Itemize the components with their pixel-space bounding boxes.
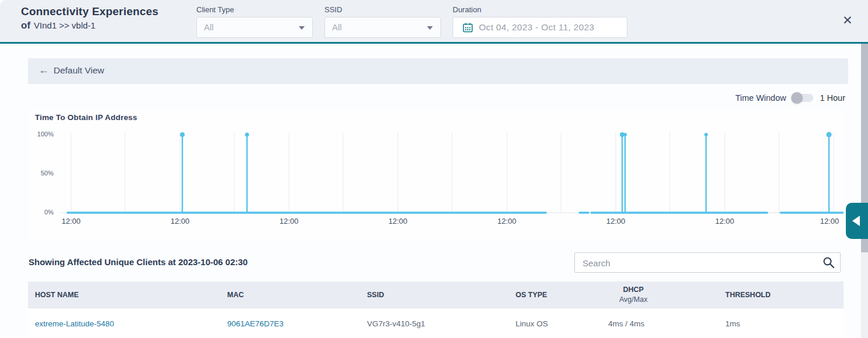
ssid-filter: SSID All — [324, 5, 441, 38]
scrollbar-track[interactable] — [861, 44, 868, 338]
close-button[interactable]: ✕ — [842, 14, 853, 26]
x-axis-tick-label: 12:00 — [280, 217, 299, 226]
client-type-select[interactable]: All — [196, 17, 313, 38]
view-title: Default View — [54, 65, 104, 76]
col-header-ssid: SSID — [361, 291, 510, 299]
dhcp-header-main: DHCP — [619, 286, 647, 294]
search-input[interactable] — [581, 255, 817, 271]
series-spike-marker — [245, 133, 249, 137]
duration-picker[interactable]: Oct 04, 2023 - Oct 11, 2023 — [453, 17, 627, 38]
time-window-toggle[interactable] — [792, 94, 813, 102]
cell-host[interactable]: extreme-Latitude-5480 — [28, 319, 221, 328]
dialog-body: ← Default View Time Window 1 Hour Time T… — [0, 44, 868, 338]
back-to-default-view[interactable]: ← Default View — [28, 58, 848, 84]
dialog-header: Connectivity Experiences ofVInd1 >> vbld… — [0, 0, 868, 42]
ip-chart-svg[interactable]: 12:0012:0012:0012:0012:0012:0012:0012:00 — [28, 108, 844, 238]
breadcrumb: ofVInd1 >> vbld-1 — [21, 20, 158, 31]
chevron-left-icon — [852, 216, 860, 226]
x-axis-tick-label: 12:00 — [606, 217, 626, 226]
series-spike-marker — [180, 132, 185, 137]
affected-clients-table: HOST NAME MAC SSID OS TYPE DHCP Avg/Max … — [28, 281, 844, 338]
col-header-os-type: OS TYPE — [510, 291, 603, 299]
time-window-label: Time Window — [735, 93, 786, 103]
toggle-knob[interactable] — [791, 92, 803, 104]
series-spike-marker — [704, 133, 708, 136]
x-axis-tick-label: 12:00 — [171, 217, 190, 226]
duration-value: Oct 04, 2023 - Oct 11, 2023 — [479, 22, 594, 33]
cell-mac[interactable]: 9061AE76D7E3 — [221, 319, 361, 328]
cell-dhcp: 4ms / 4ms — [603, 319, 719, 328]
col-header-dhcp: DHCP Avg/Max — [603, 286, 719, 304]
caret-down-icon — [299, 26, 305, 30]
ssid-value: All — [332, 22, 342, 32]
cell-ssid: VG7r3-v410-5g1 — [361, 319, 510, 328]
search-box — [574, 252, 841, 273]
col-header-threshold: THRESHOLD — [719, 291, 844, 299]
duration-label: Duration — [453, 5, 627, 14]
collapse-panel-button[interactable] — [846, 203, 868, 239]
col-header-mac: MAC — [221, 291, 361, 299]
affected-clients-title: Showing Affected Unique Clients at 2023-… — [29, 257, 248, 267]
caret-down-icon — [427, 26, 433, 30]
time-window-value: 1 Hour — [820, 93, 845, 103]
x-axis-tick-label: 12:00 — [389, 217, 408, 226]
cell-os: Linux OS — [510, 319, 603, 328]
ssid-label: SSID — [324, 5, 441, 14]
x-axis-tick-label: 12:00 — [715, 217, 735, 226]
duration-filter: Duration Oct 04, 2023 - Oct — [453, 5, 627, 38]
dhcp-header-sub: Avg/Max — [619, 295, 647, 304]
x-axis-tick-label: 12:00 — [497, 217, 517, 226]
series-spike-marker — [623, 133, 627, 136]
client-type-filter: Client Type All — [196, 5, 313, 38]
ssid-select[interactable]: All — [324, 17, 441, 38]
page-title: Connectivity Experiences ofVInd1 >> vbld… — [21, 5, 158, 31]
client-type-value: All — [204, 22, 214, 32]
back-arrow-icon[interactable]: ← — [38, 64, 49, 76]
x-axis-tick-label: 12:00 — [62, 217, 81, 226]
page-title-line1: Connectivity Experiences — [21, 5, 158, 18]
table-header-row: HOST NAME MAC SSID OS TYPE DHCP Avg/Max … — [28, 281, 844, 308]
col-header-host-name: HOST NAME — [28, 291, 221, 299]
cell-threshold: 1ms — [719, 319, 844, 328]
search-icon[interactable] — [823, 256, 835, 269]
client-type-label: Client Type — [196, 5, 313, 14]
table-body: extreme-Latitude-54809061AE76D7E3VG7r3-v… — [28, 308, 844, 338]
series-spike-marker — [827, 132, 832, 138]
chart-panel: Time To Obtain IP Address 100%50%0% 12:0… — [28, 108, 844, 238]
x-axis-tick-label: 12:00 — [820, 217, 839, 226]
calendar-icon — [463, 22, 473, 33]
table-row: extreme-Latitude-54809061AE76D7E3VG7r3-v… — [28, 308, 844, 338]
site-path: VInd1 >> vbld-1 — [34, 20, 96, 30]
time-window-control: Time Window 1 Hour — [735, 93, 845, 103]
